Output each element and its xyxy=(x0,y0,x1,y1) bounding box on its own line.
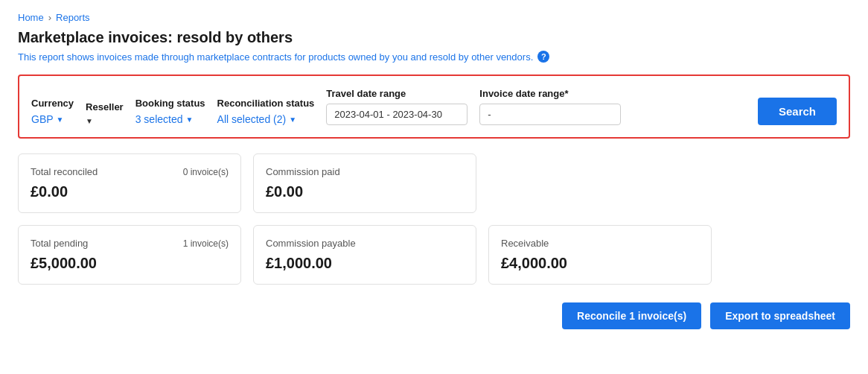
travel-date-input[interactable]: 2023-04-01 - 2023-04-30 xyxy=(326,104,467,125)
currency-value: GBP xyxy=(31,113,54,125)
currency-arrow-icon: ▼ xyxy=(57,115,64,124)
help-icon[interactable]: ? xyxy=(537,51,549,63)
reseller-label: Reseller xyxy=(86,101,124,112)
reconcile-button[interactable]: Reconcile 1 invoice(s) xyxy=(562,302,701,329)
invoice-date-input[interactable]: - xyxy=(479,104,621,125)
search-button[interactable]: Search xyxy=(758,98,837,125)
stat-title: Commission payable xyxy=(266,238,356,249)
stat-value: £1,000.00 xyxy=(266,255,464,272)
reconciliation-label: Reconciliation status xyxy=(217,98,315,109)
reconciliation-arrow-icon: ▼ xyxy=(289,115,296,124)
travel-date-value: 2023-04-01 - 2023-04-30 xyxy=(334,109,442,120)
stat-value: £5,000.00 xyxy=(31,255,229,272)
booking-status-dropdown[interactable]: 3 selected ▼ xyxy=(135,113,205,125)
stat-badge: 0 invoice(s) xyxy=(183,167,229,177)
stat-title: Receivable xyxy=(501,238,549,249)
filter-group-travel-date: Travel date range 2023-04-01 - 2023-04-3… xyxy=(326,88,467,125)
reseller-arrow-icon: ▼ xyxy=(86,117,93,125)
description-text: This report shows invoices made through … xyxy=(18,51,533,63)
stat-badge: 1 invoice(s) xyxy=(183,238,229,249)
stat-card-empty-1 xyxy=(488,153,712,213)
stat-card-header: Total reconciled 0 invoice(s) xyxy=(31,166,229,177)
stat-card-header: Commission payable xyxy=(266,238,464,249)
stat-card-total-pending: Total pending 1 invoice(s) £5,000.00 xyxy=(18,225,241,285)
booking-status-value: 3 selected xyxy=(135,113,183,125)
reconciliation-value: All selected (2) xyxy=(217,113,287,125)
bottom-bar: Reconcile 1 invoice(s) Export to spreads… xyxy=(18,302,850,329)
filter-group-reseller: Reseller ▼ xyxy=(86,101,124,125)
stat-card-header: Receivable xyxy=(501,238,699,249)
filter-group-booking-status: Booking status 3 selected ▼ xyxy=(135,98,205,125)
invoice-date-value: - xyxy=(488,109,491,120)
stat-card-header: Commission paid xyxy=(266,166,464,177)
stat-value: £4,000.00 xyxy=(501,255,699,272)
invoice-date-label: Invoice date range* xyxy=(479,88,621,99)
filter-group-invoice-date: Invoice date range* - xyxy=(479,88,621,125)
stat-card-total-reconciled: Total reconciled 0 invoice(s) £0.00 xyxy=(18,153,241,213)
stats-grid: Total reconciled 0 invoice(s) £0.00 Comm… xyxy=(18,153,850,285)
currency-dropdown[interactable]: GBP ▼ xyxy=(31,113,74,125)
breadcrumb: Home › Reports xyxy=(18,12,850,23)
filter-group-reconciliation: Reconciliation status All selected (2) ▼ xyxy=(217,98,315,125)
breadcrumb-reports[interactable]: Reports xyxy=(56,12,90,23)
reseller-dropdown[interactable]: ▼ xyxy=(86,117,124,125)
page-title: Marketplace invoices: resold by others xyxy=(18,29,850,46)
reconciliation-dropdown[interactable]: All selected (2) ▼ xyxy=(217,113,315,125)
export-button[interactable]: Export to spreadsheet xyxy=(710,302,850,329)
currency-label: Currency xyxy=(31,98,74,109)
stat-card-receivable: Receivable £4,000.00 xyxy=(488,225,712,285)
booking-status-arrow-icon: ▼ xyxy=(186,115,194,124)
stat-title: Total pending xyxy=(31,238,88,249)
breadcrumb-separator: › xyxy=(48,12,51,23)
stat-card-commission-paid: Commission paid £0.00 xyxy=(253,153,476,213)
stat-card-commission-payable: Commission payable £1,000.00 xyxy=(253,225,476,285)
breadcrumb-home[interactable]: Home xyxy=(18,12,44,23)
stat-value: £0.00 xyxy=(266,183,464,200)
stat-title: Total reconciled xyxy=(31,166,98,177)
travel-date-label: Travel date range xyxy=(326,88,467,99)
stat-card-header: Total pending 1 invoice(s) xyxy=(31,238,229,249)
filter-section: Currency GBP ▼ Reseller ▼ Booking status… xyxy=(18,75,850,139)
stat-value: £0.00 xyxy=(31,183,229,200)
filter-group-currency: Currency GBP ▼ xyxy=(31,98,74,125)
page-description: This report shows invoices made through … xyxy=(18,51,850,63)
stat-title: Commission paid xyxy=(266,166,340,177)
booking-status-label: Booking status xyxy=(135,98,205,109)
